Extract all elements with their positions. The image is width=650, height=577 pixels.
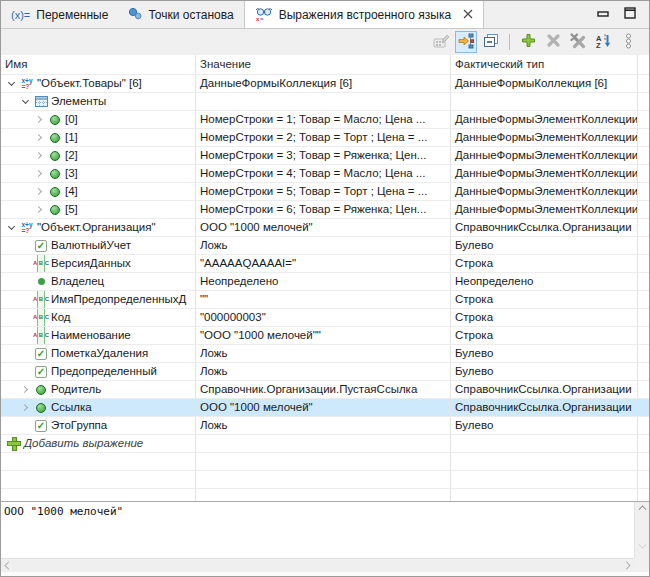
spare-cell	[638, 309, 649, 327]
expander-collapsed-icon[interactable]	[33, 153, 46, 158]
name-cell: x+y=?"Объект.Организация"	[1, 219, 196, 237]
collapse-all-button[interactable]	[480, 31, 502, 53]
value-preview-panel: ООО "1000 мелочей"	[1, 501, 649, 576]
spare-cell	[638, 219, 649, 237]
empty-cell	[196, 489, 451, 501]
row-name-label: Родитель	[51, 381, 101, 398]
empty-cell	[638, 489, 649, 501]
add-expression-row[interactable]: Добавить выражение	[1, 435, 649, 453]
close-icon[interactable]	[463, 8, 473, 22]
tree-row[interactable]: Элементы	[1, 93, 649, 111]
spare-cell	[638, 327, 649, 345]
expander-collapsed-icon[interactable]	[33, 207, 46, 212]
type-cell: Булево	[451, 363, 638, 381]
tab-breakpoints[interactable]: Точки останова	[118, 1, 243, 28]
expander-collapsed-icon[interactable]	[19, 405, 32, 410]
tab-bar: (x)= Переменные Точки останова x = Выраж…	[1, 1, 649, 29]
row-name-label: Элементы	[51, 93, 106, 110]
expander-expanded-icon[interactable]	[19, 100, 32, 103]
scroll-up-icon[interactable]	[638, 506, 646, 514]
value-cell: ООО "1000 мелочей"	[196, 219, 451, 237]
tree-row[interactable]: ВладелецНеопределеноНеопределено	[1, 273, 649, 291]
name-cell: [0]	[1, 111, 196, 129]
scroll-down-icon[interactable]	[638, 541, 646, 549]
scroll-left-icon[interactable]	[5, 562, 13, 570]
column-header-name[interactable]: Имя	[1, 55, 196, 75]
value-cell: Ложь	[196, 417, 451, 435]
maximize-icon[interactable]	[624, 7, 637, 22]
tree-row[interactable]: ✓ЭтоГруппаЛожьБулево	[1, 417, 649, 435]
column-header-type[interactable]: Фактический тип	[451, 55, 638, 75]
empty-cell	[638, 453, 649, 471]
scroll-right-icon[interactable]	[623, 562, 631, 570]
tree-row[interactable]: ABCНаименование"ООО "1000 мелочей""Строк…	[1, 327, 649, 345]
bottom-strip	[1, 572, 649, 576]
add-icon	[521, 33, 536, 51]
expander-collapsed-icon[interactable]	[33, 135, 46, 140]
name-cell: [4]	[1, 183, 196, 201]
row-name-label: [1]	[65, 129, 78, 146]
row-name-label: [4]	[65, 183, 78, 200]
tree-row[interactable]: ✓ПометкаУдаленияЛожьБулево	[1, 345, 649, 363]
more-options-button[interactable]	[617, 31, 639, 53]
tree-row[interactable]: ✓ВалютныйУчетЛожьБулево	[1, 237, 649, 255]
scrollbar-corner	[634, 558, 649, 572]
spare-cell	[638, 237, 649, 255]
row-name-label: ВалютныйУчет	[51, 237, 131, 254]
value-cell: Справочник.Организации.ПустаяСсылка	[196, 381, 451, 399]
tree-row[interactable]: ABCКод"000000003"Строка	[1, 309, 649, 327]
expander-collapsed-icon[interactable]	[19, 387, 32, 392]
tree-rows: x+y=?"Объект.Товары" [6]ДанныеФормыКолле…	[1, 75, 649, 501]
string-icon: ABC	[32, 309, 50, 327]
tab-expressions[interactable]: x = Выражения встроенного языка	[244, 1, 484, 28]
tree-row[interactable]: РодительСправочник.Организации.ПустаяСсы…	[1, 381, 649, 399]
value-preview-text[interactable]: ООО "1000 мелочей"	[1, 502, 634, 558]
tree-row[interactable]: [0]НомерСтроки = 1; Товар = Масло; Цена …	[1, 111, 649, 129]
value-cell: "000000003"	[196, 309, 451, 327]
tree-row[interactable]: x+y=?"Объект.Товары" [6]ДанныеФормыКолле…	[1, 75, 649, 93]
tree-row[interactable]: ABCВерсияДанных"AAAAAQAAAAI="Строка	[1, 255, 649, 273]
add-expression-button[interactable]	[517, 31, 539, 53]
spare-cell	[638, 417, 649, 435]
column-header-value[interactable]: Значение	[196, 55, 451, 75]
spare-cell	[638, 93, 649, 111]
sort-az-button[interactable]: A Z	[592, 31, 614, 53]
tree-row[interactable]: [4]НомерСтроки = 5; Товар = Торт ; Цена …	[1, 183, 649, 201]
expressions-icon: x =	[255, 6, 273, 24]
spare-cell	[638, 273, 649, 291]
minimize-icon[interactable]	[597, 8, 610, 22]
toolbar-separator	[509, 34, 510, 50]
column-header-spare	[638, 55, 649, 75]
type-cell: СправочникСсылка.Организации	[451, 381, 638, 399]
empty-row	[1, 453, 649, 471]
vertical-scrollbar[interactable]	[634, 502, 649, 558]
horizontal-scrollbar[interactable]	[1, 558, 634, 572]
tab-variables[interactable]: (x)= Переменные	[1, 1, 118, 28]
tree-row[interactable]: [1]НомерСтроки = 2; Товар = Торт ; Цена …	[1, 129, 649, 147]
show-in-tree-button[interactable]	[455, 31, 477, 53]
tree-row[interactable]: [5]НомерСтроки = 6; Товар = Ряженка; Цен…	[1, 201, 649, 219]
type-cell: Неопределено	[451, 273, 638, 291]
tree-row[interactable]: [3]НомерСтроки = 4; Товар = Масло; Цена …	[1, 165, 649, 183]
tree-row[interactable]: [2]НомерСтроки = 3; Товар = Ряженка; Цен…	[1, 147, 649, 165]
expander-expanded-icon[interactable]	[5, 226, 18, 229]
expander-collapsed-icon[interactable]	[33, 171, 46, 176]
name-cell: [3]	[1, 165, 196, 183]
delete-icon	[546, 33, 561, 51]
object-icon	[46, 187, 64, 197]
tree-row[interactable]: СсылкаООО "1000 мелочей"СправочникСсылка…	[1, 399, 649, 417]
expander-expanded-icon[interactable]	[5, 82, 18, 85]
object-icon	[46, 151, 64, 161]
expander-collapsed-icon[interactable]	[33, 189, 46, 194]
tree-row[interactable]: ✓ПредопределенныйЛожьБулево	[1, 363, 649, 381]
value-cell	[196, 435, 451, 453]
window-controls	[597, 1, 649, 28]
type-cell: Строка	[451, 309, 638, 327]
expander-collapsed-icon[interactable]	[33, 117, 46, 122]
name-cell: [2]	[1, 147, 196, 165]
empty-row	[1, 489, 649, 501]
type-cell: Строка	[451, 291, 638, 309]
name-cell: ABCИмяПредопределенныхД	[1, 291, 196, 309]
tree-row[interactable]: ABCИмяПредопределенныхД""Строка	[1, 291, 649, 309]
tree-row[interactable]: x+y=?"Объект.Организация"ООО "1000 мелоч…	[1, 219, 649, 237]
